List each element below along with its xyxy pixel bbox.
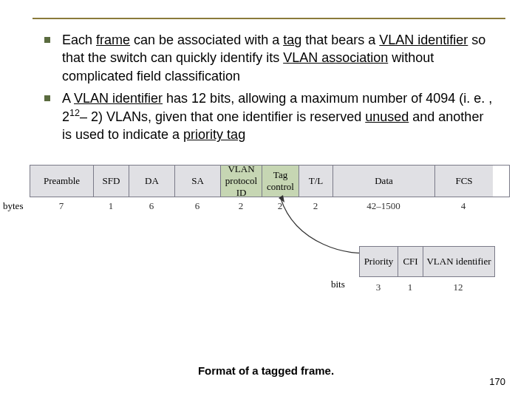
bytes-value: 1 <box>93 200 129 212</box>
frame-cell: FCS <box>435 166 493 197</box>
bits-value: 1 <box>398 282 423 293</box>
frame-cell: T/L <box>299 166 333 197</box>
frame-cell: Tag control <box>262 166 299 197</box>
bytes-value: 2 <box>220 200 262 212</box>
bullet-icon <box>44 95 50 101</box>
bullet-text: Each frame can be associated with a tag … <box>62 31 495 85</box>
bytes-value: 7 <box>30 200 93 212</box>
frame-diagram: bytes PreambleSFDDASAVLAN protocol IDTag… <box>30 165 510 212</box>
frame-cell: SFD <box>94 166 129 197</box>
page-number: 170 <box>489 376 505 387</box>
bullet-text: A VLAN identifier has 12 bits, allowing … <box>62 89 495 144</box>
bytes-row: 716622242–15004 <box>30 200 510 212</box>
frame-cell: Data <box>333 166 435 197</box>
bits-row: 3112 <box>359 282 494 293</box>
bullet-item: A VLAN identifier has 12 bits, allowing … <box>44 89 495 144</box>
bullet-icon <box>44 37 50 43</box>
sub-cell: VLAN identifier <box>423 247 494 276</box>
frame-table: PreambleSFDDASAVLAN protocol IDTag contr… <box>30 165 510 197</box>
bytes-label: bytes <box>3 200 23 212</box>
bytes-value: 6 <box>129 200 174 212</box>
bits-label: bits <box>331 279 345 290</box>
frame-cell: DA <box>129 166 175 197</box>
figure-caption: Format of a tagged frame. <box>0 364 532 377</box>
frame-cell: SA <box>175 166 221 197</box>
bits-value: 12 <box>423 282 494 293</box>
bytes-value: 6 <box>174 200 220 212</box>
sub-cell: Priority <box>360 247 398 276</box>
bullet-list: Each frame can be associated with a tag … <box>44 31 495 144</box>
frame-cell: VLAN protocol ID <box>221 166 262 197</box>
bullet-item: Each frame can be associated with a tag … <box>44 31 495 85</box>
tag-control-subtable: PriorityCFIVLAN identifier <box>359 246 495 277</box>
frame-cell: Preamble <box>30 166 94 197</box>
bytes-value: 4 <box>434 200 492 212</box>
top-rule <box>33 18 505 19</box>
bits-value: 3 <box>359 282 398 293</box>
sub-cell: CFI <box>398 247 423 276</box>
